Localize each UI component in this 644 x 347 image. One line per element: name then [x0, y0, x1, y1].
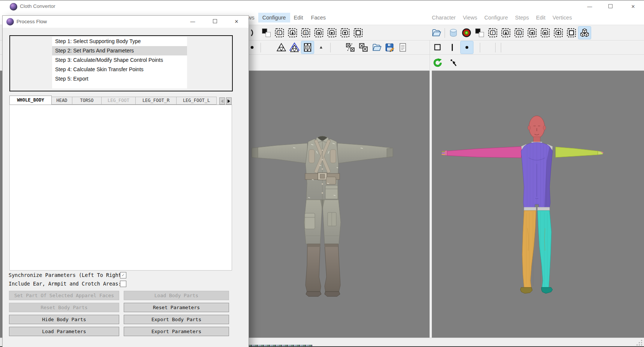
tab-scroll-right-icon[interactable]: [226, 97, 232, 105]
toolbar-separator-icon: [501, 43, 501, 52]
toolbar-separator-icon: [445, 28, 445, 38]
cube-stack-icon[interactable]: [578, 27, 591, 39]
dot-icon[interactable]: [461, 41, 473, 54]
reset-parameters-button[interactable]: Reset Parameters: [124, 303, 229, 312]
triangle-mesh-icon[interactable]: [275, 41, 288, 54]
tab-whole_body[interactable]: WHOLE_BODY: [9, 96, 52, 105]
menu-edit[interactable]: Edit: [294, 13, 304, 22]
frame-arrow-down-icon[interactable]: [286, 27, 299, 39]
dialog-close-icon[interactable]: ✕: [232, 18, 241, 25]
menu-character[interactable]: Character: [431, 13, 456, 22]
main-titlebar: Cloth Convertor — ✕: [0, 0, 644, 13]
process-steps-box: Step 1: Select Supporting Body TypeStep …: [9, 35, 233, 91]
frame-back-b-icon[interactable]: B: [300, 27, 312, 39]
resize-grip[interactable]: [637, 340, 643, 346]
toolbar-separator-icon: [480, 43, 480, 52]
menu-vertices[interactable]: Vertices: [552, 13, 572, 22]
process-flow-dialog: Process Flow — ✕ Step 1: Select Supporti…: [2, 15, 249, 347]
checkbox-label: Synchronize Parameters (Left To Right):: [9, 272, 127, 278]
refresh-green-icon[interactable]: [431, 57, 444, 69]
dialog-icon: [6, 18, 14, 25]
frame-arrow-right-icon[interactable]: [313, 27, 325, 39]
close-icon[interactable]: ✕: [629, 3, 637, 10]
target-sphere-icon[interactable]: [460, 27, 473, 39]
toolbar-separator-icon: [495, 43, 496, 52]
menus-left: wsConfigureEditFaces: [247, 13, 333, 22]
checkbox-label: Include Ear, Armpit and Crotch Areas:: [9, 281, 121, 287]
export-parameters-button[interactable]: Export Parameters: [124, 327, 229, 336]
step-item[interactable]: Step 3: Calculate/Modify Shape Control P…: [52, 55, 187, 65]
frame-arrow-left-icon[interactable]: [539, 27, 551, 39]
tab-leg_foot_r[interactable]: LEG_FOOT_R: [136, 97, 177, 105]
frame-arrow-up-icon[interactable]: [339, 27, 351, 39]
svg-text:B: B: [518, 31, 520, 35]
triangle-mesh-blue-icon[interactable]: [288, 41, 301, 54]
frame-arrow-up-icon[interactable]: [552, 27, 565, 39]
dissolve-squares-icon[interactable]: [344, 41, 356, 54]
dialog-title: Process Flow: [16, 19, 47, 24]
tab-torso[interactable]: TORSO: [72, 97, 102, 105]
color-swatch-icon[interactable]: [473, 27, 486, 39]
frame-arrow-right-icon[interactable]: [526, 27, 538, 39]
folder-open-icon[interactable]: [370, 41, 383, 54]
minimize-icon[interactable]: —: [586, 3, 594, 10]
frame-square-icon[interactable]: [565, 27, 578, 39]
process-steps-list: Step 1: Select Supporting Body TypeStep …: [52, 37, 187, 88]
checkbox-checked[interactable]: ✓: [120, 272, 126, 278]
tab-scroll-left-icon[interactable]: [219, 97, 225, 105]
toolbar-separator-icon: [330, 43, 331, 52]
body-part-tabs: WHOLE_BODYHEADTORSOLEG_FOOTLEG_FOOT_RLEG…: [9, 96, 217, 105]
menu-configure[interactable]: Configure: [484, 13, 508, 22]
frame-arrow-left-icon[interactable]: [326, 27, 338, 39]
tab-leg_foot_l[interactable]: LEG_FOOT_L: [177, 97, 217, 105]
merge-squares-icon[interactable]: [357, 41, 370, 54]
frame-front-f-icon[interactable]: F: [487, 27, 499, 39]
menu-views[interactable]: Views: [463, 13, 478, 22]
cursor-pick-icon[interactable]: [448, 57, 460, 69]
menu-faces[interactable]: Faces: [311, 13, 326, 22]
body-model: [432, 71, 644, 338]
dialog-minimize-icon[interactable]: —: [189, 18, 197, 25]
load-parameters-button[interactable]: Load Parameters: [9, 327, 119, 336]
app-title: Cloth Convertor: [20, 3, 55, 9]
step-item[interactable]: Step 5: Export: [52, 74, 187, 84]
dialog-titlebar[interactable]: Process Flow — ✕: [3, 16, 249, 28]
color-swatch-icon[interactable]: [260, 27, 273, 39]
checkbox-row: Include Ear, Armpit and Crotch Areas:: [9, 281, 121, 289]
frame-front-f-icon[interactable]: F: [273, 27, 286, 39]
window-mesh-icon[interactable]: [301, 41, 314, 54]
svg-text:F: F: [279, 31, 281, 35]
body-viewport[interactable]: [432, 70, 644, 338]
floppy-save-icon[interactable]: [383, 41, 396, 54]
menus-right: CharacterViewsConfigureStepsEditVertices: [431, 13, 579, 22]
vertical-bar-icon[interactable]: [446, 41, 458, 54]
tab-head[interactable]: HEAD: [52, 97, 72, 105]
checkbox-unchecked[interactable]: [120, 281, 126, 287]
step-item[interactable]: Step 1: Select Supporting Body Type: [52, 37, 187, 46]
svg-text:B: B: [304, 31, 307, 35]
step-item[interactable]: Step 2: Set Parts And Parameters: [52, 46, 187, 55]
folder-open-icon[interactable]: [430, 27, 442, 39]
reset-body-parts-button[interactable]: Reset Body Parts: [9, 303, 119, 312]
load-body-parts-button[interactable]: Load Body Parts: [124, 291, 229, 300]
cylinder-icon[interactable]: [447, 27, 460, 39]
export-body-parts-button[interactable]: Export Body Parts: [124, 315, 229, 324]
hide-body-parts-button[interactable]: Hide Body Parts: [9, 315, 119, 324]
step-item[interactable]: Step 4: Calculate Skin Transfer Points: [52, 65, 187, 74]
app-icon: [10, 3, 17, 10]
triangle-small-icon[interactable]: [318, 41, 324, 54]
frame-back-b-icon[interactable]: B: [513, 27, 525, 39]
menu-steps[interactable]: Steps: [515, 13, 529, 22]
menu-configure[interactable]: Configure: [258, 13, 290, 22]
app-window: Cloth Convertor — ✕ wsConfigureEditFaces…: [0, 0, 644, 347]
tab-leg_foot[interactable]: LEG_FOOT: [102, 97, 136, 105]
document-icon[interactable]: [397, 41, 409, 54]
maximize-icon[interactable]: [606, 3, 614, 10]
set-part-of-selected-apparel-faces-button[interactable]: Set Part Of Selected Apparel Faces: [9, 291, 119, 300]
frame-square-icon[interactable]: [352, 27, 364, 39]
dialog-maximize-icon[interactable]: [211, 18, 219, 25]
square-outline-icon[interactable]: [431, 41, 444, 54]
menu-edit[interactable]: Edit: [536, 13, 546, 22]
frame-arrow-down-icon[interactable]: [500, 27, 512, 39]
tab-content-panel[interactable]: [9, 105, 232, 271]
